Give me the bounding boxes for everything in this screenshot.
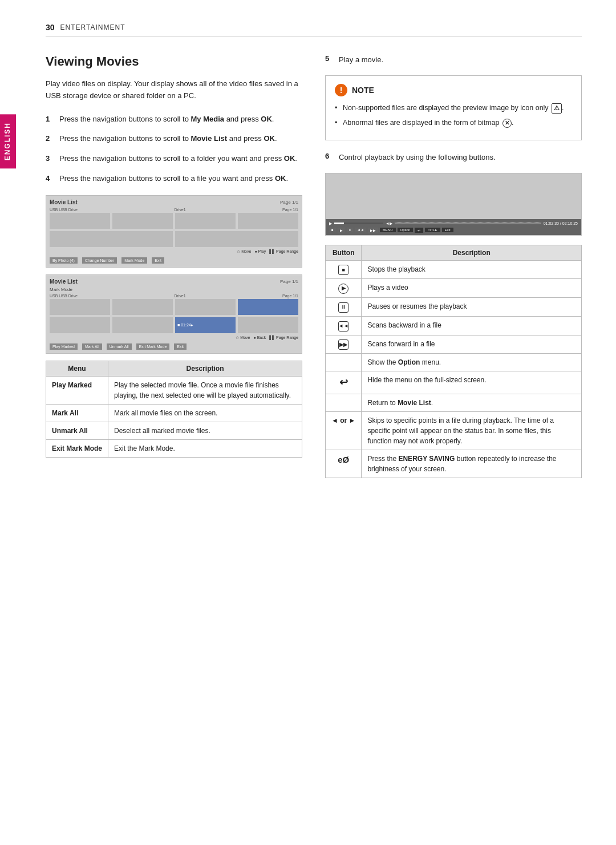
arrow-lr-icon: ◄ or ► (331, 417, 355, 424)
mock-cell (112, 213, 173, 229)
mock-cell (238, 213, 298, 229)
menu-ctrl-btn: MENU (380, 228, 396, 232)
desc-cell: Skips to specific points in a file durin… (362, 412, 582, 450)
table-row: Show the Option menu. (326, 354, 582, 371)
rewind-ctrl-btn: ◄◄ (355, 228, 366, 232)
table-row: ■ Stops the playback (326, 260, 582, 279)
table-row: ◄◄ Scans backward in a file (326, 316, 582, 335)
btn-cell: ■ (326, 260, 362, 279)
page-section-title: ENTERTAINMENT (60, 23, 125, 31)
step-6: 6 Control playback by using the followin… (325, 152, 582, 164)
title-ctrl-btn: TITLE (425, 228, 440, 232)
step-5-text: Play a movie. (339, 54, 383, 66)
table-row: Unmark All Deselect all marked movie fil… (46, 422, 302, 439)
stop-button-icon: ■ (338, 265, 348, 275)
note-icon: ! (335, 84, 347, 96)
step-4: 4 Press the navigation buttons to scroll… (46, 173, 302, 185)
option-ctrl-btn: Option (398, 228, 414, 232)
mock-cell (175, 213, 236, 229)
button-desc-col-header: Description (362, 245, 582, 260)
menu-cell: Unmark All (46, 422, 108, 439)
desc-cell: Pauses or resumes the playback (362, 298, 582, 317)
mock-cell (175, 299, 236, 315)
table-row: II Pauses or resumes the playback (326, 298, 582, 317)
btn-cell: ▶▶ (326, 335, 362, 354)
menu-table: Menu Description Play Marked Play the se… (46, 361, 302, 458)
step-3-num: 3 (46, 153, 54, 165)
table-row: ↩ Hide the menu on the full-sized screen… (326, 371, 582, 394)
menu-cell: Exit Mark Mode (46, 439, 108, 457)
sidebar-tab: ENGLISH (0, 114, 16, 168)
desc-cell: Exit the Mark Mode. (108, 439, 302, 457)
table-row: Exit Mark Mode Exit the Mark Mode. (46, 439, 302, 457)
list-item: Non-supported files are displayed the pr… (335, 102, 572, 114)
menu-cell: Mark All (46, 404, 108, 422)
content-columns: Viewing Movies Play video files on displ… (46, 54, 582, 490)
step-2-text: Press the navigation buttons to scroll t… (59, 133, 277, 145)
steps-list: 1 Press the navigation buttons to scroll… (46, 114, 302, 185)
desc-col-header: Description (108, 361, 302, 376)
btn-cell: ↩ (326, 371, 362, 394)
step-2-num: 2 (46, 133, 54, 145)
col-left: Viewing Movies Play video files on displ… (46, 54, 302, 490)
mock-cell (50, 299, 110, 315)
x-icon: ✕ (502, 119, 512, 128)
back-ctrl-btn: ↩ (415, 228, 423, 233)
btn-cell: ◄ or ► (326, 412, 362, 450)
ffwd-button-icon: ▶▶ (338, 339, 348, 350)
button-col-header: Button (326, 245, 362, 260)
note-box: ! NOTE Non-supported files are displayed… (325, 75, 582, 140)
table-row: Mark All Mark all movie files on the scr… (46, 404, 302, 422)
desc-cell: Scans backward in a file (362, 316, 582, 335)
note-body: Non-supported files are displayed the pr… (335, 102, 572, 128)
step-4-num: 4 (46, 173, 54, 185)
note-title: NOTE (352, 86, 374, 95)
energy-saving-icon: eØ (338, 455, 349, 464)
desc-cell: Scans forward in a file (362, 335, 582, 354)
mock-cell (50, 231, 173, 247)
desc-cell: Plays a video (362, 279, 582, 298)
desc-cell: Hide the menu on the full-sized screen. (362, 371, 582, 394)
table-row: Return to Movie List. (326, 394, 582, 412)
step-1-text: Press the navigation buttons to scroll t… (59, 114, 274, 126)
time-display: 01:02:30 / 02:10:25 (544, 221, 578, 225)
step-5-num: 5 (325, 54, 333, 66)
desc-cell: Play the selected movie file. Once a mov… (108, 376, 302, 404)
step-1-num: 1 (46, 114, 54, 126)
exit-ctrl-btn: Exit (442, 228, 453, 232)
mock-cell (238, 317, 298, 333)
desc-cell: Stops the playback (362, 260, 582, 279)
rewind-button-icon: ◄◄ (338, 321, 348, 331)
mock-cell (50, 213, 110, 229)
btn-cell: II (326, 298, 362, 317)
table-row: ◄ or ► Skips to specific points in a fil… (326, 412, 582, 450)
play-button-icon: ▶ (338, 284, 348, 294)
mock-cell (50, 317, 110, 333)
step-2: 2 Press the navigation buttons to scroll… (46, 133, 302, 145)
page-header: 30 ENTERTAINMENT (46, 23, 582, 37)
warning-icon: ⚠ (552, 103, 562, 114)
movie-list-mock-1: Movie List Page 1/1 USB USB Drive Drive1… (46, 195, 302, 268)
movie-list-mock-2: Movie List Page 1/1 Mark Mode USB USB Dr… (46, 274, 302, 354)
button-table: Button Description ■ Stops the playback … (325, 245, 582, 479)
col-right: 5 Play a movie. ! NOTE Non-supported fil… (325, 54, 582, 490)
back-button-icon: ↩ (339, 377, 348, 388)
table-row: ▶▶ Scans forward in a file (326, 335, 582, 354)
step-6-num: 6 (325, 152, 333, 164)
table-row: Play Marked Play the selected movie file… (46, 376, 302, 404)
list-item: Abnormal files are displayed in the form… (335, 117, 572, 128)
player-controls: ▶ ◄▶ 01:02:30 / 02:10:25 ■ ▶ II ◄◄ ▶▶ ME… (326, 219, 581, 235)
step-6-text: Control playback by using the following … (339, 152, 496, 164)
mock-cell-highlight: ■ 01:24▸ (175, 317, 236, 333)
desc-cell: Press the ENERGY SAVING button repeatedl… (362, 450, 582, 478)
table-row: eØ Press the ENERGY SAVING button repeat… (326, 450, 582, 478)
pause-button-icon: II (338, 302, 348, 313)
menu-cell: Play Marked (46, 376, 108, 404)
desc-cell: Show the Option menu. (362, 354, 582, 371)
intro-para: Play video files on display. Your displa… (46, 78, 302, 102)
mock-cell (112, 299, 173, 315)
stop-ctrl-btn: ■ (329, 228, 336, 232)
btn-cell (326, 354, 362, 371)
page-container: ENGLISH 30 ENTERTAINMENT Viewing Movies … (0, 0, 616, 845)
mock-cell (175, 231, 298, 247)
